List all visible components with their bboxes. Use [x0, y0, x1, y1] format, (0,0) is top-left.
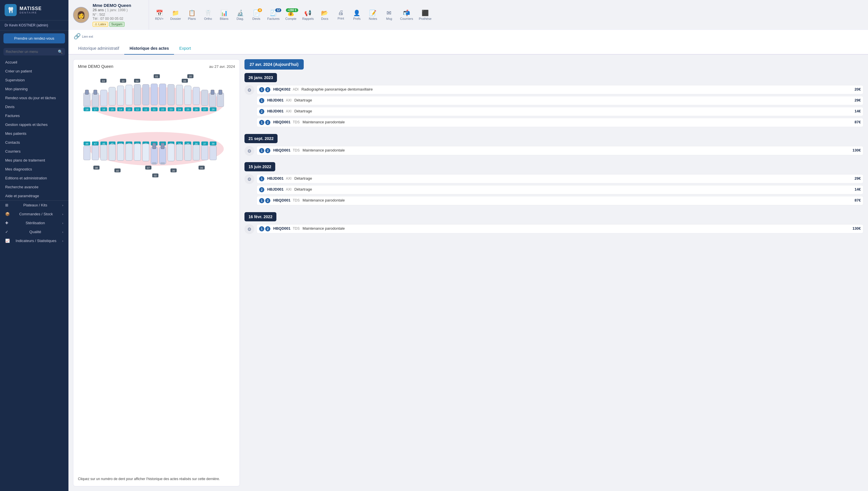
topbar-row2: 🔗 Lien ext — [68, 30, 868, 42]
dental-chart-svg: 01 20 03 04 10 05 — [78, 71, 235, 195]
entry-badge: 1 — [259, 198, 264, 203]
btn-docs[interactable]: 📂 Docs — [317, 8, 332, 22]
sidebar-item-devis[interactable]: Devis — [0, 102, 68, 111]
sidebar-item-gestion-rappels[interactable]: Gestion rappels et tâches — [0, 120, 68, 129]
svg-text:16: 16 — [103, 108, 105, 111]
sidebar-item-aide[interactable]: Aide et paramétrage — [0, 192, 68, 200]
svg-rect-27 — [176, 85, 183, 105]
tab-export[interactable]: Export — [174, 42, 196, 55]
sidebar-item-plateaux[interactable]: ⊞ Plateaux / Kits › — [0, 201, 68, 209]
entry-code: HBQD001 — [273, 148, 290, 152]
svg-text:11: 11 — [144, 108, 147, 111]
svg-text:10: 10 — [122, 80, 124, 83]
timeline-entry: 1HBJD001AXIDétartrage29€ — [256, 96, 863, 105]
svg-text:22: 22 — [161, 108, 164, 111]
svg-rect-104 — [117, 144, 124, 161]
dental-chart-panel: Mme DEMO Queen au 27 avr. 2024 01 20 — [73, 59, 240, 486]
entry-badge: 1 — [259, 148, 264, 153]
btn-diag[interactable]: 🔬 Diag. — [233, 8, 248, 22]
sidebar-item-supervision[interactable]: Supervision — [0, 76, 68, 85]
rdv-icon: 📅 — [156, 9, 163, 17]
sidebar-item-recherche[interactable]: Recherche avancée — [0, 182, 68, 192]
today-button[interactable]: 27 avr. 2024 (Aujourd'hui) — [245, 59, 304, 69]
entry-badge: 1 — [259, 176, 264, 181]
svg-text:01: 01 — [155, 75, 158, 78]
btn-prefs[interactable]: 👤 Prefs — [349, 8, 364, 22]
search-input[interactable] — [6, 50, 58, 54]
entry-badge: 1 — [259, 226, 264, 231]
timeline-entry: 12HBQK002ADIRadiographie panoramique den… — [256, 85, 863, 94]
timeline-section: 15 juin 2022⚙1HBJD001AXIDétartrage29€2HB… — [245, 162, 863, 207]
entry-description: Détartrage — [294, 176, 851, 180]
sidebar-item-contacts[interactable]: Contacts — [0, 138, 68, 147]
svg-text:40: 40 — [116, 169, 119, 172]
btn-devis[interactable]: 4 📄 Devis — [249, 8, 264, 22]
entry-badges: 12 — [259, 198, 270, 203]
svg-rect-24 — [151, 84, 158, 105]
patient-name: Mme DEMO Queen — [93, 3, 131, 8]
timeline-section: 26 janv. 2023⚙12HBQK002ADIRadiographie p… — [245, 73, 863, 129]
entry-badges: 12 — [259, 148, 270, 153]
sidebar-item-courriers[interactable]: Courriers — [0, 147, 68, 156]
btn-print[interactable]: 🖨 Print — [333, 8, 348, 22]
btn-notes[interactable]: 📝 Notes — [366, 8, 381, 22]
svg-rect-117 — [193, 145, 200, 161]
entry-code: HBQD001 — [273, 120, 290, 124]
sidebar-item-commandes[interactable]: 📦 Commandes / Stock › — [0, 209, 68, 219]
svg-rect-32 — [211, 90, 214, 94]
appointment-button[interactable]: Prendre un rendez-vous — [3, 33, 65, 44]
svg-text:21: 21 — [153, 108, 156, 111]
btn-dossier[interactable]: 📁 Dossier — [168, 8, 183, 22]
sidebar-item-plans-traitement[interactable]: Mes plans de traitement — [0, 156, 68, 165]
btn-compte[interactable]: +280 € 💰 Compte — [283, 8, 299, 22]
sidebar-item-factures[interactable]: Factures — [0, 111, 68, 120]
btn-rappels[interactable]: 📢 Rappels — [300, 8, 316, 22]
btn-lien-ext[interactable]: 🔗 Lien ext — [71, 31, 95, 41]
btn-ortho[interactable]: 🦷 Ortho — [200, 8, 216, 22]
sidebar-item-rdv-jour[interactable]: Rendez-vous du jour et tâches — [0, 93, 68, 102]
btn-plans[interactable]: 📋 Plans — [184, 8, 199, 22]
tab-historique-admin[interactable]: Historique administratif — [73, 42, 124, 55]
entry-price: 130€ — [852, 226, 861, 231]
timeline-date-header: 16 févr. 2022 — [245, 212, 276, 221]
btn-msg[interactable]: ✉ Msg — [382, 8, 397, 22]
svg-text:02: 02 — [154, 174, 157, 177]
entry-category: TDS — [293, 120, 300, 124]
sidebar-item-sterilisation[interactable]: ✚ Stérilisation › — [0, 219, 68, 227]
btn-rdv[interactable]: 📅 RDV+ — [152, 8, 167, 22]
topbar: 👩 Mme DEMO Queen 26 ans ( 1 janv. 1998 )… — [68, 0, 868, 42]
sidebar-item-qualite[interactable]: ✓ Qualité › — [0, 227, 68, 236]
btn-factures[interactable]: 12 🧾 Factures — [265, 8, 282, 22]
sidebar-search-bar[interactable]: 🔍 — [3, 48, 65, 56]
tab-historique-actes[interactable]: Historique des actes — [124, 42, 174, 55]
svg-rect-26 — [168, 84, 174, 105]
sidebar-item-accueil[interactable]: Accueil — [0, 58, 68, 67]
sidebar-item-editions[interactable]: Editions et administration — [0, 174, 68, 182]
indicateurs-icon: 📈 — [5, 239, 10, 243]
entry-description: Détartrage — [294, 98, 851, 102]
svg-rect-116 — [185, 144, 191, 161]
svg-rect-107 — [142, 144, 149, 161]
btn-bilans[interactable]: 📊 Bilans — [217, 8, 231, 22]
lien-ext-icon: 🔗 — [74, 33, 81, 40]
dossier-icon: 📁 — [172, 9, 179, 17]
sidebar-item-mes-patients[interactable]: Mes patients — [0, 129, 68, 138]
sidebar-item-planning[interactable]: Mon planning — [0, 85, 68, 93]
sidebar-item-creer-patient[interactable]: Créer un patient — [0, 67, 68, 76]
sidebar-item-diagnostics[interactable]: Mes diagnostics — [0, 165, 68, 174]
svg-text:47: 47 — [94, 142, 97, 145]
svg-rect-23 — [142, 84, 149, 105]
svg-text:17: 17 — [94, 108, 97, 111]
svg-rect-112 — [161, 143, 165, 149]
sidebar-bottom-section: ⊞ Plateaux / Kits › 📦 Commandes / Stock … — [0, 200, 68, 245]
btn-courriers[interactable]: 📬 Courriers — [398, 8, 415, 22]
logo-subtitle: DENTAIRE — [20, 11, 42, 14]
sterilisation-icon: ✚ — [5, 221, 8, 225]
bilans-icon: 📊 — [221, 9, 228, 17]
compte-badge: +280 € — [286, 8, 298, 12]
btn-prothese[interactable]: ⬛ Prothèse — [416, 8, 434, 22]
timeline-section: 16 févr. 2022⚙12HBQD001TDSMaintenance pa… — [245, 212, 863, 235]
sidebar-item-indicateurs[interactable]: 📈 Indicateurs / Statistiques › — [0, 236, 68, 245]
patient-num: N° : 502 — [93, 13, 131, 17]
dental-panel-header: Mme DEMO Queen au 27 avr. 2024 — [78, 64, 235, 69]
